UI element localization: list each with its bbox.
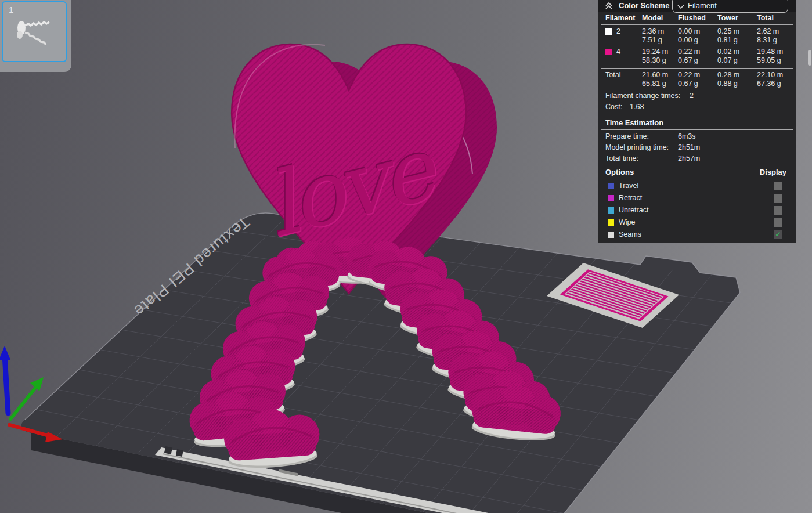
filament-row: 4 19.24 m58.30 g 0.22 m0.67 g 0.02 m0.07… [598, 48, 796, 66]
col-header-tower: Tower [717, 14, 738, 22]
seams-display-checkbox[interactable]: ✓ [774, 230, 782, 239]
panel-header: Color Scheme Filament [598, 0, 796, 12]
cost-label: Cost: [605, 103, 622, 111]
filament-color-swatch [605, 49, 612, 55]
option-row-travel: Travel [598, 180, 796, 193]
total-time-value: 2h57m [678, 154, 700, 162]
color-scheme-panel: Color Scheme Filament Filament Model Flu… [598, 0, 796, 243]
option-row-retract: Retract [598, 193, 796, 205]
time-estimation-title: Time Estimation [605, 118, 663, 127]
col-header-flushed: Flushed [678, 14, 706, 22]
plate-thumbnail[interactable]: 1 [2, 1, 67, 62]
slicer-preview-window: Textured PEI Plate [0, 0, 812, 513]
seams-color-swatch [608, 232, 614, 238]
filament-id: 4 [616, 48, 620, 56]
panel-title: Color Scheme [619, 1, 669, 10]
col-header-total: Total [757, 14, 774, 22]
filament-color-swatch [605, 28, 612, 35]
plate-thumbnail-backing: 1 [0, 0, 71, 72]
plate-thumbnail-model-icon [11, 15, 57, 50]
filament-row: 2 2.36 m7.51 g 0.00 m0.00 g 0.25 m0.81 g… [598, 27, 796, 46]
retract-color-swatch [608, 195, 614, 201]
total-time-label: Total time: [605, 154, 638, 162]
filament-id: 2 [616, 27, 620, 35]
total-row: Total 21.60 m65.81 g 0.22 m0.67 g 0.28 m… [598, 71, 796, 89]
model-printing-time-label: Model printing time: [605, 143, 669, 151]
wipe-display-checkbox[interactable] [774, 218, 782, 227]
retract-display-checkbox[interactable] [774, 194, 782, 203]
separator [601, 24, 793, 25]
separator [601, 129, 793, 130]
display-header: Display [760, 168, 786, 176]
total-label: Total [605, 71, 620, 79]
option-row-wipe: Wipe [598, 217, 796, 229]
separator [601, 68, 793, 69]
separator [601, 179, 793, 179]
option-row-unretract: Unretract [598, 205, 796, 217]
travel-display-checkbox[interactable] [774, 182, 782, 190]
prepare-time-value: 6m3s [678, 132, 696, 140]
wipe-color-swatch [608, 219, 614, 226]
filament-change-label: Filament change times: [605, 92, 680, 100]
unretract-display-checkbox[interactable] [774, 206, 782, 215]
prepare-time-label: Prepare time: [605, 132, 649, 140]
view-mode-value: Filament [688, 1, 717, 10]
viewport-scrollbar-thumb[interactable] [808, 50, 811, 66]
option-row-seams: Seams ✓ [598, 229, 796, 241]
cost-value: 1.68 [630, 103, 644, 111]
chevron-down-icon [677, 3, 684, 9]
plate-number: 1 [9, 5, 13, 15]
filament-change-value: 2 [690, 92, 694, 100]
model-printing-time-value: 2h51m [678, 143, 700, 151]
col-header-filament: Filament [605, 14, 635, 22]
collapse-panel-icon[interactable] [605, 2, 613, 10]
travel-color-swatch [608, 183, 614, 189]
unretract-color-swatch [608, 207, 614, 214]
col-header-model: Model [642, 14, 663, 22]
options-title: Options [605, 168, 634, 176]
view-mode-dropdown[interactable]: Filament [672, 0, 788, 13]
